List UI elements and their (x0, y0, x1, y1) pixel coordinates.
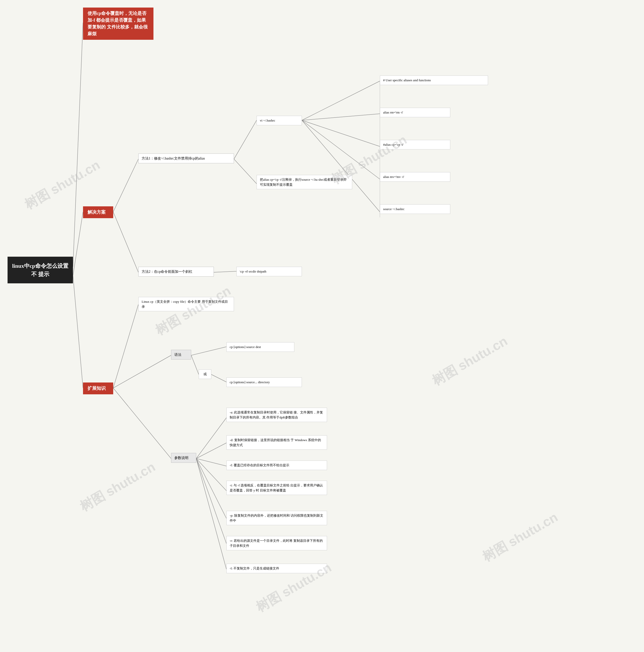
svg-line-14 (113, 355, 171, 388)
alias-rm-node: alias rm='rm -i' (380, 108, 450, 117)
param-d-label: -d: 复制时保留链接，这里所说的链接相当 于 Windows 系统中的快捷方式 (230, 438, 321, 447)
svg-line-12 (214, 271, 236, 272)
method2-label: 方法2：在cp命令前面加一个斜杠 (142, 270, 192, 274)
svg-line-8 (302, 114, 380, 120)
vi-cmd-label: vi ~/.bashrc (260, 118, 275, 122)
cp-rf-node: \cp -rf srcdir dstpath (236, 267, 302, 276)
alias-cp-node: #alias cp='cp -i' (380, 140, 450, 150)
svg-line-20 (196, 443, 226, 459)
svg-line-19 (196, 418, 226, 459)
param-l-node: -l: 不复制文件，只是生成链接文件 (226, 564, 327, 573)
svg-line-21 (196, 459, 226, 466)
cp-intro-label: Linux cp（英文全拼：copy file）命令主要 用于复制文件或目录 (142, 300, 228, 308)
svg-line-9 (302, 120, 380, 146)
syntax1-node: cp [options] source dest (226, 342, 294, 352)
syntax2-node: cp [options] source... directory (226, 377, 302, 387)
source-cmd-node: source ~/.bashrc (380, 204, 450, 214)
cp-intro-node: Linux cp（英文全拼：copy file）命令主要 用于复制文件或目录 (138, 297, 234, 311)
svg-line-2 (73, 23, 83, 267)
param-a-node: -a: 此选项通常在复制目录时使用，它保留链 接、文件属性，并复制目录下的所有内… (226, 408, 327, 422)
svg-line-24 (196, 459, 226, 544)
user-specific-label: # User specific aliases and functions (383, 78, 431, 82)
params-label: 参数说明 (174, 456, 189, 460)
svg-line-25 (196, 459, 226, 569)
watermark-7: 树图 shutu.cn (479, 509, 561, 566)
svg-line-3 (113, 159, 138, 212)
cp-rf-label: \cp -rf srcdir dstpath (240, 270, 267, 273)
alias-note-node: 把alias cp='cp -i'注释掉，执行source ~/.ba shrc… (257, 175, 352, 189)
connectors-svg (0, 0, 644, 652)
tip-box: 使用cp命令覆盖时，无论是否加-f 都会提示是否覆盖，如果要复制的 文件比较多，… (83, 7, 153, 40)
svg-line-15 (113, 388, 171, 459)
alias-note-label: 把alias cp='cp -i'注释掉，执行source ~/.ba shrc… (260, 178, 347, 187)
svg-line-1 (73, 275, 83, 388)
syntax-node: 语法 (171, 350, 191, 360)
svg-line-17 (191, 347, 226, 355)
root-node: linux中cp命令怎么设置不 提示 (7, 257, 73, 283)
watermark-1: 树图 shutu.cn (21, 156, 103, 214)
param-f-node: -f: 覆盖已经存在的目标文件而不给出提示 (226, 461, 327, 470)
params-node: 参数说明 (171, 453, 196, 463)
alias-mv-label: alias mv='mv -i' (383, 175, 404, 179)
tip-text: 使用cp命令覆盖时，无论是否加-f 都会提示是否覆盖，如果要复制的 文件比较多，… (88, 11, 148, 36)
svg-line-5 (234, 120, 257, 159)
param-p-label: -p: 除复制文件的内容外，还把修改时间和 访问权限也复制到新文件中 (230, 514, 323, 522)
solution-node: 解决方案 (83, 206, 113, 218)
method1-label: 方法1：修改~/.bashrc文件禁用掉cp的alias (142, 157, 205, 160)
svg-line-4 (113, 212, 138, 272)
svg-line-23 (196, 459, 226, 518)
watermark-5: 树图 shutu.cn (77, 458, 159, 516)
param-r-node: -r: 若给出的源文件是一个目录文件，此时将 复制该目录下所有的子目录和文件 (226, 536, 327, 550)
alias-rm-label: alias rm='rm -i' (383, 110, 403, 114)
watermark-4: 树图 shutu.cn (429, 332, 511, 390)
svg-line-22 (196, 459, 226, 491)
user-specific-node: # User specific aliases and functions (380, 76, 488, 85)
svg-line-16 (191, 355, 199, 375)
syntax-or-label: 或 (203, 372, 207, 376)
svg-line-13 (113, 304, 138, 388)
syntax2-label: cp [options] source... directory (230, 380, 270, 384)
mind-map: 树图 shutu.cn 树图 shutu.cn 树图 shutu.cn 树图 s… (0, 0, 644, 652)
method1-node: 方法1：修改~/.bashrc文件禁用掉cp的alias (138, 154, 234, 163)
param-a-label: -a: 此选项通常在复制目录时使用，它保留链 接、文件属性，并复制目录下的所有内… (230, 410, 323, 419)
alias-mv-node: alias mv='mv -i' (380, 172, 450, 182)
syntax-or-node: 或 (199, 370, 211, 379)
method2-node: 方法2：在cp命令前面加一个斜杠 (138, 267, 214, 276)
svg-line-11 (302, 120, 380, 212)
svg-line-18 (211, 375, 226, 382)
param-p-node: -p: 除复制文件的内容外，还把修改时间和 访问权限也复制到新文件中 (226, 511, 327, 525)
root-label: linux中cp命令怎么设置不 提示 (12, 263, 68, 277)
solution-label: 解决方案 (88, 210, 106, 215)
syntax-label: 语法 (174, 353, 181, 357)
param-i-node: -i: 与 -f 选项相反，在覆盖目标文件之前给 出提示，要求用户确认是否覆盖，… (226, 481, 327, 495)
vi-cmd-node: vi ~/.bashrc (257, 116, 302, 125)
param-l-label: -l: 不复制文件，只是生成链接文件 (230, 566, 279, 570)
svg-line-6 (234, 159, 257, 184)
expand-label: 扩展知识 (88, 386, 106, 391)
param-d-node: -d: 复制时保留链接，这里所说的链接相当 于 Windows 系统中的快捷方式 (226, 435, 327, 450)
svg-line-10 (302, 120, 380, 179)
param-f-label: -f: 覆盖已经存在的目标文件而不给出提示 (230, 463, 289, 467)
param-r-label: -r: 若给出的源文件是一个目录文件，此时将 复制该目录下所有的子目录和文件 (230, 539, 323, 548)
alias-cp-label: #alias cp='cp -i' (383, 143, 403, 146)
svg-line-7 (302, 81, 380, 120)
svg-line-0 (73, 212, 83, 275)
syntax1-label: cp [options] source dest (230, 345, 261, 349)
param-i-label: -i: 与 -f 选项相反，在覆盖目标文件之前给 出提示，要求用户确认是否覆盖，… (230, 483, 323, 492)
expand-node: 扩展知识 (83, 382, 113, 394)
source-cmd-label: source ~/.bashrc (383, 207, 404, 211)
